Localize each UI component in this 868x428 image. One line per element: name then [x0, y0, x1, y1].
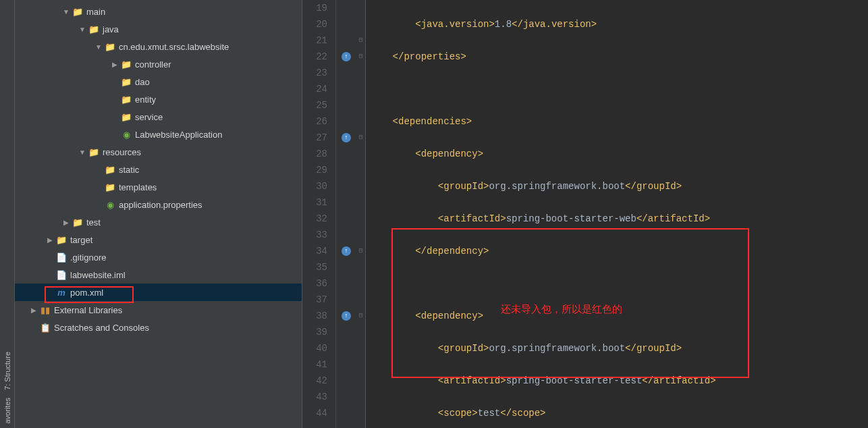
- tree-node-service[interactable]: 📁 service: [15, 108, 302, 126]
- tree-node-main[interactable]: ▼ 📁 main: [15, 3, 302, 20]
- code-line: [370, 81, 868, 97]
- code-line: <groupId>org.springframework.boot</group…: [370, 178, 868, 194]
- tree-node-entity[interactable]: 📁 entity: [15, 90, 302, 108]
- tree-node-test[interactable]: ▶ 📁 test: [15, 213, 302, 231]
- chevron-down-icon: ▼: [77, 26, 88, 33]
- favorites-tab[interactable]: avorites: [2, 394, 13, 428]
- annotation-box-pom: [45, 286, 134, 303]
- tree-label: java: [103, 24, 119, 34]
- line-number: 24: [302, 81, 327, 97]
- tree-label: application.properties: [119, 200, 202, 210]
- tree-node-appprops[interactable]: ◉ application.properties: [15, 196, 302, 213]
- code-line: <groupId>org.springframework.boot</group…: [370, 340, 868, 356]
- chevron-down-icon: ▼: [77, 149, 88, 156]
- code-line: <dependency>: [370, 146, 868, 162]
- tree-node-controller[interactable]: ▶ 📁 controller: [15, 55, 302, 73]
- tree-node-java[interactable]: ▼ 📁 java: [15, 20, 302, 38]
- line-number: 19: [302, 0, 327, 16]
- override-marker-icon[interactable]: ↑: [342, 246, 351, 256]
- tree-node-app-class[interactable]: ◉ LabwebsiteApplication: [15, 126, 302, 143]
- folder-icon: 📁: [88, 24, 100, 34]
- tree-label: Scratches and Consoles: [54, 323, 149, 333]
- package-icon: 📁: [120, 94, 132, 105]
- tree-node-external-libraries[interactable]: ▶ ▮▮ External Libraries: [15, 301, 302, 319]
- line-number-gutter: 19 20 21 22 23 24 25 26 27 28 29 30 31 3…: [302, 0, 336, 428]
- tree-label: cn.edu.xmut.srsc.labwebsite: [119, 42, 229, 52]
- tree-node-gitignore[interactable]: 📄 .gitignore: [15, 248, 302, 266]
- target-folder-icon: 📁: [55, 234, 67, 245]
- scratch-icon: 📋: [39, 322, 51, 333]
- code-line: </properties>: [370, 49, 868, 65]
- line-number: 39: [302, 324, 327, 340]
- code-line: <artifactId>spring-boot-starter-test</ar…: [370, 373, 868, 389]
- code-area[interactable]: <java.version>1.8</java.version> </prope…: [366, 0, 868, 428]
- left-tool-window-bar: 7: Structure avorites: [0, 0, 15, 428]
- tree-node-resources[interactable]: ▼ 📁 resources: [15, 143, 302, 161]
- tree-label: labwebsite.iml: [70, 270, 126, 280]
- override-marker-icon[interactable]: ↑: [342, 52, 351, 61]
- line-number: 22: [302, 49, 327, 65]
- chevron-right-icon: ▶: [45, 236, 55, 244]
- tree-label: target: [70, 235, 92, 245]
- chevron-right-icon: ▶: [28, 306, 39, 314]
- package-icon: 📁: [120, 111, 132, 122]
- tree-label: dao: [135, 77, 150, 87]
- file-icon: 📄: [55, 269, 67, 280]
- code-line: </dependency>: [370, 243, 868, 259]
- tree-label: controller: [135, 59, 171, 70]
- code-line: <dependencies>: [370, 113, 868, 130]
- chevron-right-icon: ▶: [109, 61, 120, 68]
- fold-gutter[interactable]: ⊟⊟ ⊟ ⊟⊟: [356, 0, 366, 428]
- line-number: 43: [302, 389, 327, 405]
- library-icon: ▮▮: [39, 304, 51, 315]
- line-number: 26: [302, 113, 327, 130]
- tree-node-dao[interactable]: 📁 dao: [15, 73, 302, 90]
- line-number: 28: [302, 146, 327, 162]
- tree-label: test: [86, 217, 101, 228]
- chevron-right-icon: ▶: [61, 219, 72, 226]
- tree-node-package[interactable]: ▼ 📁 cn.edu.xmut.srsc.labwebsite: [15, 38, 302, 55]
- tree-label: static: [119, 165, 139, 175]
- code-line: <java.version>1.8</java.version>: [370, 16, 868, 32]
- line-number: 38: [302, 308, 327, 324]
- line-number: 33: [302, 227, 327, 243]
- override-marker-icon[interactable]: ↑: [342, 311, 351, 321]
- code-editor[interactable]: 19 20 21 22 23 24 25 26 27 28 29 30 31 3…: [302, 0, 868, 428]
- chevron-down-icon: ▼: [61, 8, 72, 16]
- tree-node-target[interactable]: ▶ 📁 target: [15, 231, 302, 248]
- tree-node-static[interactable]: 📁 static: [15, 161, 302, 178]
- tree-node-scratches[interactable]: 📋 Scratches and Consoles: [15, 319, 302, 336]
- line-number: 29: [302, 162, 327, 178]
- gutter-markers: ↑ ↑ ↑ ↑: [336, 0, 356, 428]
- override-marker-icon[interactable]: ↑: [342, 133, 351, 142]
- line-number: 41: [302, 356, 327, 373]
- package-icon: 📁: [104, 41, 116, 52]
- line-number: 25: [302, 97, 327, 113]
- tree-label: service: [135, 112, 163, 122]
- file-icon: 📄: [55, 252, 67, 263]
- folder-icon: 📁: [72, 217, 84, 228]
- tree-label: .gitignore: [70, 252, 106, 263]
- line-number: 40: [302, 340, 327, 356]
- package-icon: 📁: [120, 76, 132, 87]
- annotation-text: 还未导入包，所以是红色的: [501, 301, 622, 317]
- line-number: 20: [302, 16, 327, 32]
- tree-label: External Libraries: [54, 305, 122, 315]
- line-number: 27: [302, 130, 327, 146]
- spring-boot-icon: ◉: [120, 129, 132, 140]
- tree-node-templates[interactable]: 📁 templates: [15, 178, 302, 196]
- chevron-down-icon: ▼: [93, 43, 104, 51]
- line-number: 30: [302, 178, 327, 194]
- line-number: 23: [302, 65, 327, 81]
- project-tree[interactable]: ▼ 📁 main ▼ 📁 java ▼ 📁 cn.edu.xmut.srsc.l…: [15, 0, 302, 428]
- code-line: [370, 275, 868, 292]
- line-number: 44: [302, 405, 327, 421]
- structure-tab[interactable]: 7: Structure: [2, 348, 13, 394]
- line-number: 36: [302, 275, 327, 292]
- line-number: 31: [302, 194, 327, 211]
- folder-icon: 📁: [72, 6, 84, 17]
- line-number: 32: [302, 211, 327, 227]
- line-number: 35: [302, 259, 327, 275]
- properties-file-icon: ◉: [104, 199, 116, 210]
- tree-node-iml[interactable]: 📄 labwebsite.iml: [15, 266, 302, 284]
